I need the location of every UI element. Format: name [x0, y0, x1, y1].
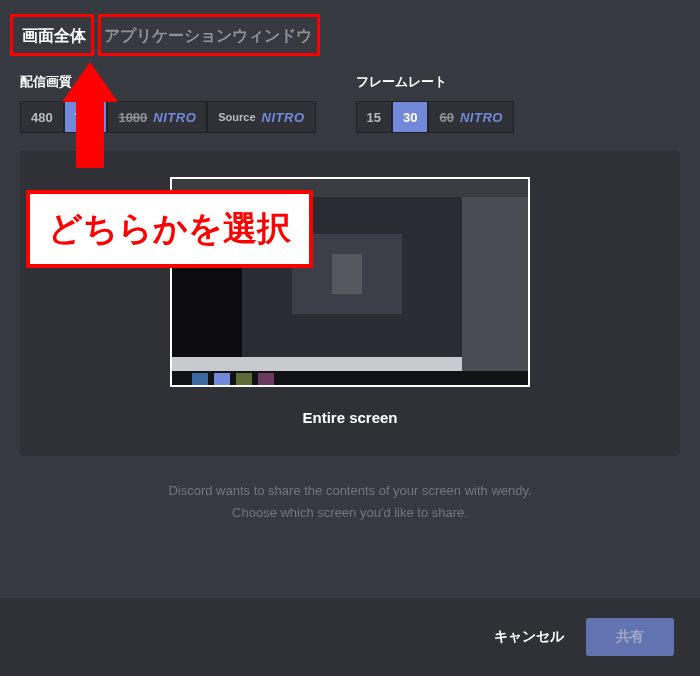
screen-preview: Entire screen: [20, 151, 680, 456]
fps-60-text: 60: [439, 110, 453, 125]
tab-application-window[interactable]: アプリケーションウィンドウ: [102, 20, 314, 59]
screen-thumbnail[interactable]: [170, 177, 530, 387]
tab-entire-screen[interactable]: 画面全体: [20, 20, 88, 59]
quality-480[interactable]: 480: [20, 101, 64, 133]
share-hint: Discord wants to share the contents of y…: [0, 456, 700, 554]
nitro-badge: NITRO: [460, 110, 503, 125]
quality-720[interactable]: 720: [64, 101, 108, 133]
quality-1080[interactable]: 1080 NITRO: [107, 101, 207, 133]
cancel-button[interactable]: キャンセル: [494, 628, 564, 646]
screen-caption: Entire screen: [302, 409, 397, 426]
hint-line-2: Choose which screen you'd like to share.: [20, 502, 680, 524]
fps-label: フレームレート: [356, 73, 514, 91]
quality-group: 配信画質 480 720 1080 NITRO Source NITRO: [20, 73, 316, 133]
fps-options: 15 30 60 NITRO: [356, 101, 514, 133]
modal-footer: キャンセル 共有: [0, 598, 700, 676]
fps-60[interactable]: 60 NITRO: [428, 101, 513, 133]
screen-share-modal: 画面全体 アプリケーションウィンドウ 配信画質 480 720 1080 NIT…: [0, 0, 700, 676]
fps-30[interactable]: 30: [392, 101, 428, 133]
quality-source-text: Source: [218, 111, 255, 123]
nitro-badge: NITRO: [153, 110, 196, 125]
quality-label: 配信画質: [20, 73, 316, 91]
nitro-badge: NITRO: [262, 110, 305, 125]
stream-settings: 配信画質 480 720 1080 NITRO Source NITRO フレー…: [0, 59, 700, 143]
quality-options: 480 720 1080 NITRO Source NITRO: [20, 101, 316, 133]
quality-1080-text: 1080: [118, 110, 147, 125]
fps-group: フレームレート 15 30 60 NITRO: [356, 73, 514, 133]
source-tabs: 画面全体 アプリケーションウィンドウ: [0, 0, 700, 59]
fps-15[interactable]: 15: [356, 101, 392, 133]
quality-source[interactable]: Source NITRO: [207, 101, 315, 133]
hint-line-1: Discord wants to share the contents of y…: [20, 480, 680, 502]
share-button[interactable]: 共有: [586, 618, 674, 656]
